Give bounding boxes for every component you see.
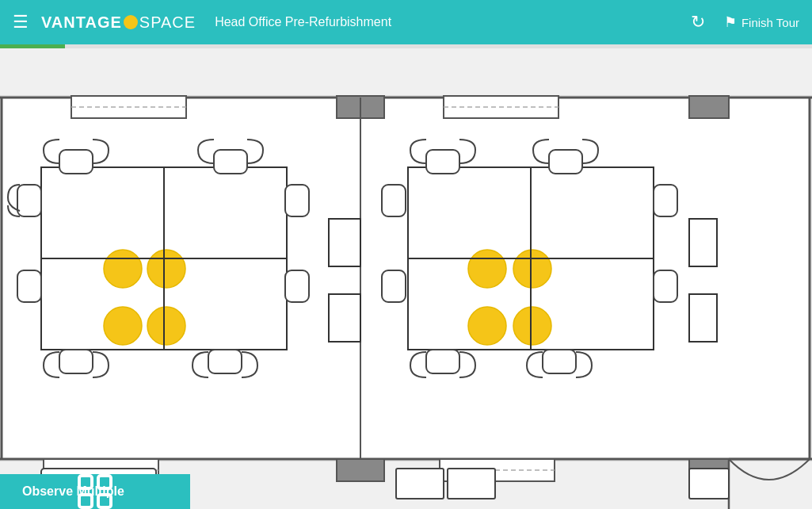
- svg-rect-33: [17, 185, 41, 216]
- svg-rect-21: [41, 167, 164, 258]
- svg-rect-52: [382, 270, 406, 302]
- svg-rect-11: [689, 96, 729, 118]
- svg-rect-35: [285, 185, 309, 216]
- svg-rect-14: [337, 459, 384, 481]
- svg-rect-65: [689, 469, 729, 499]
- svg-rect-40: [531, 167, 654, 258]
- svg-rect-38: [329, 294, 360, 342]
- svg-point-46: [513, 307, 551, 345]
- svg-rect-39: [408, 167, 531, 258]
- header: ☰ VANTAGE SPACE Head Office Pre-Refurbis…: [0, 0, 812, 44]
- logo-dot: [124, 15, 138, 29]
- svg-rect-64: [448, 469, 495, 499]
- svg-rect-63: [396, 469, 444, 499]
- svg-rect-69: [98, 495, 111, 507]
- logo: VANTAGE SPACE: [41, 13, 196, 32]
- svg-rect-50: [543, 350, 576, 373]
- svg-point-27: [104, 307, 142, 345]
- finish-tour-button[interactable]: ⚑ Finish Tour: [724, 13, 799, 31]
- svg-point-25: [104, 250, 142, 288]
- svg-rect-66: [79, 476, 92, 488]
- svg-rect-49: [426, 350, 459, 373]
- floorplan: Observe Multiple: [0, 48, 812, 509]
- svg-rect-68: [79, 495, 92, 507]
- svg-point-26: [147, 250, 185, 288]
- svg-point-44: [513, 250, 551, 288]
- svg-rect-48: [549, 150, 582, 174]
- finish-tour-label: Finish Tour: [741, 16, 799, 29]
- logo-vantage: VANTAGE: [41, 13, 122, 32]
- svg-point-43: [468, 250, 506, 288]
- menu-icon[interactable]: ☰: [13, 13, 29, 31]
- svg-rect-22: [164, 167, 287, 258]
- page-title: Head Office Pre-Refurbishment: [215, 15, 391, 29]
- svg-rect-29: [59, 150, 93, 174]
- svg-rect-53: [654, 185, 677, 216]
- svg-rect-32: [208, 350, 242, 373]
- logo-space: SPACE: [139, 13, 196, 32]
- svg-rect-37: [329, 219, 360, 266]
- svg-rect-54: [654, 270, 677, 302]
- svg-rect-30: [214, 150, 247, 174]
- svg-rect-55: [689, 219, 717, 266]
- svg-point-45: [468, 307, 506, 345]
- flag-icon: ⚑: [724, 13, 737, 31]
- svg-rect-23: [41, 258, 164, 350]
- svg-rect-34: [17, 270, 41, 302]
- svg-point-28: [147, 307, 185, 345]
- svg-rect-56: [689, 294, 717, 342]
- svg-rect-67: [98, 476, 111, 488]
- svg-rect-47: [426, 150, 459, 174]
- svg-rect-31: [59, 350, 93, 373]
- svg-rect-51: [382, 185, 406, 216]
- refresh-button[interactable]: ↻: [691, 12, 705, 33]
- bottom-bar[interactable]: Observe Multiple: [0, 474, 190, 509]
- svg-rect-36: [285, 270, 309, 302]
